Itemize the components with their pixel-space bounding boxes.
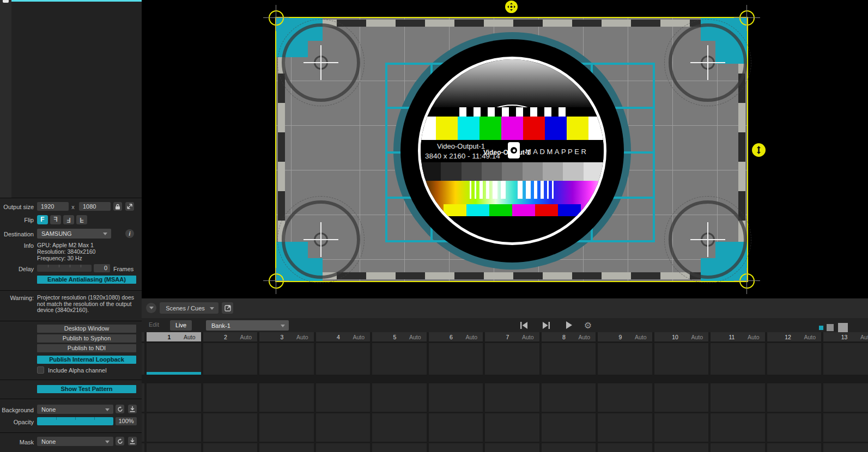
cue-cell[interactable]: [654, 383, 709, 412]
destination-info-button[interactable]: i: [125, 229, 134, 238]
flip-horizontal-button[interactable]: F: [50, 215, 61, 224]
cue-cell[interactable]: [485, 413, 539, 442]
corner-handle-topright[interactable]: [739, 10, 755, 26]
cue-cell[interactable]: [147, 413, 201, 442]
cue-cell[interactable]: [542, 383, 596, 412]
cue-column-header[interactable]: 8Auto: [542, 332, 596, 341]
background-select[interactable]: None: [37, 405, 113, 414]
cue-cell[interactable]: [598, 413, 652, 442]
cue-cell[interactable]: [203, 383, 258, 412]
cue-cell[interactable]: [147, 443, 201, 452]
cue-column-header[interactable]: 2Auto: [203, 332, 258, 341]
cue-cell[interactable]: [147, 383, 201, 412]
cue-cell[interactable]: [542, 443, 596, 452]
alpha-channel-checkbox[interactable]: [37, 367, 44, 374]
cue-cell[interactable]: [711, 383, 765, 412]
show-test-pattern-button[interactable]: Show Test Pattern: [37, 385, 136, 393]
skip-start-button[interactable]: [519, 320, 529, 330]
output-height-input[interactable]: 1080: [79, 202, 111, 211]
cue-column-header[interactable]: 7Auto: [485, 332, 539, 341]
flip-none-button[interactable]: F: [37, 215, 48, 224]
cue-column-header[interactable]: 10Auto: [654, 332, 709, 341]
cue-cell[interactable]: [372, 343, 427, 375]
bank-select[interactable]: Bank-1: [206, 320, 289, 331]
cue-cell[interactable]: [823, 383, 868, 412]
mask-select[interactable]: None: [37, 437, 113, 446]
mask-import-button[interactable]: [128, 437, 137, 445]
cue-column-header[interactable]: 12Auto: [767, 332, 822, 341]
cue-column-header[interactable]: 11Auto: [711, 332, 765, 341]
cue-settings-button[interactable]: ⚙: [583, 320, 593, 330]
cue-cell[interactable]: [259, 413, 314, 442]
edit-mode-toggle[interactable]: Edit: [149, 321, 159, 328]
cue-cell[interactable]: [316, 443, 371, 452]
cue-cell[interactable]: [598, 383, 652, 412]
enable-antialiasing-button[interactable]: Enable Antialiasing (MSAA): [37, 276, 136, 284]
corner-handle-bottomright[interactable]: [739, 273, 755, 289]
cue-cell[interactable]: [654, 343, 709, 375]
panel-mode-select[interactable]: Scenes / Cues: [160, 302, 218, 314]
cue-cell[interactable]: [485, 343, 539, 375]
destination-select[interactable]: SAMSUNG: [37, 229, 111, 239]
cue-cell[interactable]: [372, 413, 427, 442]
cue-cell[interactable]: [429, 343, 483, 375]
cue-column-header[interactable]: 9Auto: [598, 332, 652, 341]
cue-cell[interactable]: [485, 383, 539, 412]
cue-column-header[interactable]: 5Auto: [372, 332, 427, 341]
cue-cell[interactable]: [203, 443, 258, 452]
publish-ndi-button[interactable]: Publish to NDI: [37, 344, 136, 352]
cue-cell[interactable]: [542, 343, 596, 375]
cue-column-header[interactable]: 4Auto: [316, 332, 371, 341]
cue-cell[interactable]: [542, 413, 596, 442]
cue-cell[interactable]: [259, 383, 314, 412]
cue-cell[interactable]: [767, 443, 822, 452]
output-tab-panel[interactable]: [11, 0, 142, 198]
cell-size-small-button[interactable]: [819, 326, 823, 330]
popout-panel-button[interactable]: [222, 302, 233, 314]
cue-cell[interactable]: [372, 443, 427, 452]
delay-value-input[interactable]: 0: [94, 264, 110, 272]
cue-cell[interactable]: [711, 413, 765, 442]
flip-both-button[interactable]: F: [63, 215, 74, 224]
cue-cell[interactable]: [598, 343, 652, 375]
publish-syphon-button[interactable]: Publish to Syphon: [37, 334, 136, 343]
cue-cell[interactable]: [147, 343, 201, 375]
cue-cell[interactable]: [429, 413, 483, 442]
cue-cell[interactable]: [259, 343, 314, 375]
live-mode-toggle[interactable]: Live: [170, 320, 192, 331]
cue-column-header[interactable]: 3Auto: [259, 332, 314, 341]
cue-column-header[interactable]: 6Auto: [429, 332, 483, 341]
cue-cell[interactable]: [598, 443, 652, 452]
lock-aspect-button[interactable]: [113, 202, 122, 211]
cue-cell[interactable]: [429, 443, 483, 452]
cue-cell[interactable]: [654, 443, 709, 452]
cue-cell[interactable]: [203, 343, 258, 375]
cue-column-header[interactable]: 13Auto: [823, 332, 868, 341]
play-button[interactable]: [564, 320, 574, 330]
cue-cell[interactable]: [823, 413, 868, 442]
output-width-input[interactable]: 1920: [37, 202, 69, 211]
publish-loopback-button[interactable]: Publish Internal Loopback: [37, 356, 136, 364]
resize-mode-button[interactable]: [125, 202, 134, 211]
output-preview-canvas[interactable]: Video-Output-1 3840 x 2160 - 11:49:14 Vi…: [142, 0, 868, 297]
delay-slider[interactable]: [37, 265, 92, 272]
cue-cell[interactable]: [767, 383, 822, 412]
cue-cell[interactable]: [767, 343, 822, 375]
skip-end-button[interactable]: [541, 320, 551, 330]
mapped-surface[interactable]: Video-Output-1 3840 x 2160 - 11:49:14 Vi…: [275, 17, 748, 282]
cell-size-large-button[interactable]: [838, 323, 848, 333]
background-import-button[interactable]: [128, 405, 137, 413]
desktop-window-button[interactable]: Desktop Window: [37, 325, 136, 333]
cell-size-medium-button[interactable]: [827, 324, 834, 331]
cue-cell[interactable]: [372, 383, 427, 412]
background-reload-button[interactable]: [116, 405, 124, 413]
scale-handle[interactable]: [752, 143, 766, 157]
cue-cell[interactable]: [823, 343, 868, 375]
cue-cell[interactable]: [429, 383, 483, 412]
flip-vertical-button[interactable]: F: [76, 215, 87, 224]
cue-cell[interactable]: [203, 413, 258, 442]
cue-cell[interactable]: [767, 413, 822, 442]
opacity-slider[interactable]: [37, 417, 113, 425]
cue-column-header[interactable]: 1Auto: [147, 332, 201, 341]
cue-cell[interactable]: [316, 413, 371, 442]
